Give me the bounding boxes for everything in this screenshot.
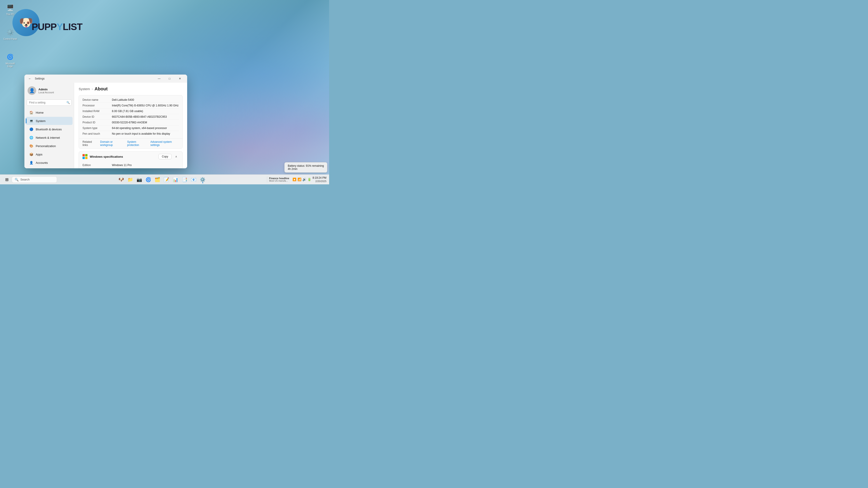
win-spec-row: Version 24H2 (83, 168, 179, 168)
breadcrumb-chevron: › (92, 87, 93, 91)
spec-row: System type 64-bit operating system, x64… (83, 125, 179, 131)
puppylist-logo-text: PUPPYLIST (32, 22, 82, 32)
home-icon: 🏠 (29, 110, 33, 115)
spec-row: Processor Intel(R) Core(TM) i5-8365U CPU… (83, 103, 179, 108)
sidebar-item-bluetooth-label: Bluetooth & devices (36, 128, 62, 131)
puppylist-logo: 🐶 PUPPYLIST (12, 9, 76, 38)
system-clock[interactable]: 8:19:24 PM 2/20/2025 (313, 176, 327, 183)
spec-value: Intel(R) Core(TM) i5-8365U CPU @ 1.60GHz… (112, 104, 179, 107)
taskbar-search[interactable]: 🔍 Search (12, 176, 57, 183)
win-tile-red (83, 154, 85, 156)
sidebar-item-bluetooth[interactable]: 🔵 Bluetooth & devices (26, 125, 72, 133)
taskbar-app-settings[interactable]: ⚙️ (199, 175, 207, 184)
taskbar-app-explorer[interactable]: 📁 (126, 175, 134, 184)
related-links-label: Related links (83, 140, 96, 147)
edge-label: Microsoft Edge (3, 62, 17, 68)
logo-text-y: Y (57, 22, 63, 32)
network-icon: 🌐 (29, 135, 33, 140)
logo-text-list: LIST (63, 22, 82, 32)
accounts-icon: 👤 (29, 160, 33, 165)
tray-wifi-icon[interactable]: 📶 (298, 177, 301, 181)
battery-tooltip: Battery status: 91% remaining4h 2min (284, 162, 327, 173)
device-specs-section: Device name Dell-Latitude-5400 Processor… (79, 95, 183, 149)
user-section: 👤 Admin Local Account (24, 85, 74, 98)
spec-value: 64-bit operating system, x64-based proce… (112, 127, 179, 130)
windows-specs-section: Windows specifications Copy ∧ Edition Wi… (79, 151, 183, 168)
sidebar-item-personalization[interactable]: 🎨 Personalization (26, 142, 72, 150)
system-icon: 💻 (29, 119, 33, 123)
sidebar-item-accounts[interactable]: 👤 Accounts (26, 159, 72, 167)
search-box: 🔍 (27, 99, 72, 106)
spec-value: Dell-Latitude-5400 (112, 98, 179, 101)
taskbar-app-excel[interactable]: 📊 (172, 175, 180, 184)
minimize-button[interactable]: — (154, 75, 164, 82)
taskbar-center: 🐶 📁 📷 🌀 🗂️ 📝 📊 📑 📧 ⚙️ (57, 175, 267, 184)
sidebar-item-network[interactable]: 🌐 Network & internet (26, 133, 72, 142)
spec-value: 8.00 GB (7.81 GB usable) (112, 109, 179, 113)
tray-arrow-icon[interactable]: 🔼 (292, 177, 296, 181)
collapse-icon[interactable]: ∧ (174, 154, 179, 159)
sidebar-item-time-language[interactable]: 🌍 Time & language (26, 167, 72, 168)
apps-icon: 📦 (29, 152, 33, 157)
windows-specs-title: Windows specifications (90, 155, 123, 158)
taskbar-right: Finance headline Most US manufa... 🔼 📶 🔊… (267, 176, 327, 183)
copy-button[interactable]: Copy (158, 154, 172, 159)
spec-row: Product ID 00330-52220-67982-AAOEM (83, 120, 179, 125)
taskbar-app-files[interactable]: 🗂️ (153, 175, 162, 184)
close-button[interactable]: ✕ (175, 75, 185, 82)
spec-row: Pen and touch No pen or touch input is a… (83, 131, 179, 136)
start-button[interactable]: ⊞ (3, 175, 11, 184)
search-icon: 🔍 (66, 101, 70, 104)
windows-specs-header[interactable]: Windows specifications Copy ∧ (79, 152, 182, 162)
win-spec-label: Edition (83, 164, 112, 167)
clock-time: 8:19:24 PM (313, 176, 327, 180)
desktop: 🖥️ This PC ⚙️ Control Panel 🌀 Microsoft … (0, 0, 329, 184)
system-protection-link[interactable]: System protection (127, 140, 147, 147)
sidebar-item-home[interactable]: 🏠 Home (26, 108, 72, 117)
user-type: Local Account (38, 91, 54, 94)
logo-text-puppy: PUPP (32, 22, 57, 32)
breadcrumb-about: About (94, 86, 107, 92)
taskbar-search-label: Search (20, 178, 30, 181)
tray-icons: 🔼 📶 🔊 🔋 (292, 177, 311, 181)
tray-volume-icon[interactable]: 🔊 (303, 177, 306, 181)
news-subtitle: Most US manufa... (269, 180, 289, 182)
breadcrumb: System › About (79, 86, 183, 92)
taskbar-app-powerpoint[interactable]: 📑 (181, 175, 189, 184)
title-bar-controls: ← (27, 75, 33, 82)
settings-window: ← Settings — □ ✕ 👤 Admin Local Account (24, 74, 187, 168)
sidebar-item-system-label: System (36, 119, 45, 123)
taskbar-app-camera[interactable]: 📷 (135, 175, 144, 184)
back-button[interactable]: ← (27, 75, 33, 82)
taskbar-app-outlook[interactable]: 📧 (190, 175, 198, 184)
system-tray: 🔼 📶 🔊 🔋 8:19:24 PM 2/20/2025 (292, 176, 327, 183)
taskbar-app-puppylist[interactable]: 🐶 (117, 175, 125, 184)
domain-workgroup-link[interactable]: Domain or workgroup (100, 140, 124, 147)
personalization-icon: 🎨 (29, 144, 33, 148)
spec-label: Pen and touch (83, 132, 112, 135)
sidebar-item-home-label: Home (36, 111, 43, 114)
breadcrumb-system[interactable]: System (79, 87, 90, 91)
taskbar-app-word[interactable]: 📝 (162, 175, 170, 184)
maximize-button[interactable]: □ (164, 75, 175, 82)
edge-icon: 🌀 (6, 53, 15, 61)
tray-battery-icon[interactable]: 🔋 (307, 177, 311, 181)
sidebar-item-network-label: Network & internet (36, 136, 60, 139)
win-spec-value: Windows 11 Pro (112, 164, 179, 167)
win-tile-green (85, 154, 88, 156)
window-controls: — □ ✕ (154, 75, 185, 82)
taskbar-app-edge[interactable]: 🌀 (145, 175, 153, 184)
find-setting-input[interactable] (27, 99, 72, 106)
news-ticker[interactable]: Finance headline Most US manufa... (267, 176, 291, 183)
title-bar: ← Settings — □ ✕ (24, 74, 187, 83)
advanced-system-settings-link[interactable]: Advanced system settings (150, 140, 179, 147)
win-tile-blue (83, 157, 85, 159)
spec-label: System type (83, 127, 112, 130)
sidebar-item-system[interactable]: 💻 System (26, 117, 72, 125)
spec-value: 00330-52220-67982-AAOEM (112, 121, 179, 124)
spec-row: Device ID 6637CA84-B05B-4B93-8847-AB3237… (83, 114, 179, 120)
main-content: System › About Device name Dell-Latitude… (74, 83, 187, 168)
sidebar-item-apps[interactable]: 📦 Apps (26, 150, 72, 158)
clock-date: 2/20/2025 (313, 180, 327, 183)
desktop-icon-edge[interactable]: 🌀 Microsoft Edge (2, 52, 18, 69)
